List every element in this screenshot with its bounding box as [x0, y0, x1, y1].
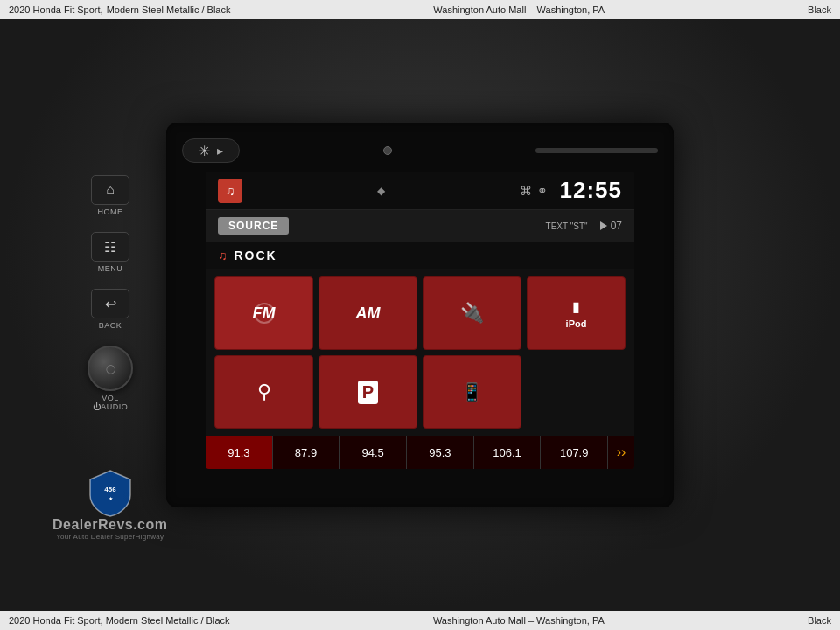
preset-3[interactable]: 94.5	[340, 436, 407, 469]
header-color-right: Black	[808, 4, 831, 15]
menu-button[interactable]: ☷ MENU	[91, 232, 130, 273]
footer-car-title: 2020 Honda Fit Sport,	[9, 615, 103, 626]
volume-number: 07	[611, 220, 622, 232]
am-icon: AM	[356, 304, 381, 323]
footer-dealer: Washington Auto Mall – Washington, PA	[433, 615, 605, 626]
ipod-icon: ▮	[572, 298, 580, 315]
preset-freq-1: 91.3	[228, 446, 249, 459]
header-car-title: 2020 Honda Fit Sport,	[9, 4, 103, 15]
rock-row: ♫ ROCK	[206, 242, 634, 270]
footer-bar: 2020 Honda Fit Sport, Modern Steel Metal…	[0, 611, 840, 630]
preset-freq-3: 94.5	[362, 446, 384, 459]
header-bar: 2020 Honda Fit Sport, Modern Steel Metal…	[0, 0, 840, 19]
source-grid: FM AM 🔌 ▮ iPod ⚲	[206, 270, 634, 436]
back-icon: ↩	[91, 289, 130, 318]
header-color-trim: Modern Steel Metallic / Black	[107, 4, 231, 15]
controls-panel: ⌂ HOME ☷ MENU ↩ BACK ◯ VOL ⏻AUDIO	[88, 175, 133, 411]
top-bar-line	[536, 148, 658, 153]
ipod-label: iPod	[566, 318, 587, 329]
source-tile-am[interactable]: AM	[318, 276, 417, 350]
footer-color-trim: Modern Steel Metallic / Black	[106, 615, 230, 626]
source-row: SOURCE TEXT "ST" 07	[206, 210, 634, 242]
source-tile-ipod[interactable]: ▮ iPod	[527, 276, 626, 350]
menu-icon: ☷	[91, 232, 130, 262]
pandora-icon: P	[358, 381, 378, 404]
home-icon: ⌂	[91, 175, 130, 205]
watermark: 456 ★ DealerRevs.com Your Auto Dealer Su…	[52, 469, 168, 541]
power-audio-icon: ◯	[106, 364, 116, 374]
station-genre: ROCK	[234, 248, 277, 262]
source-tile-phone[interactable]: 📱	[423, 355, 522, 429]
source-tile-bluetooth[interactable]: ⚲	[214, 355, 313, 429]
main-photo-area: ✳ ▸ ⌂ HOME ☷ MENU ↩ BACK ◯	[0, 19, 840, 611]
time-display: 12:55	[560, 177, 623, 204]
status-icons: ⌘ ⚭ 12:55	[520, 177, 623, 204]
preset-freq-6: 107.9	[560, 446, 589, 459]
footer-color-right: Black	[808, 615, 831, 626]
sensor-pill-left: ✳ ▸	[182, 138, 240, 163]
bluetooth-status-icon: ⚭	[537, 184, 548, 198]
audio-label: VOL ⏻AUDIO	[93, 394, 129, 411]
svg-text:456: 456	[104, 486, 116, 494]
preset-1[interactable]: 91.3	[206, 436, 273, 469]
volume-triangle-icon	[600, 221, 607, 230]
preset-2[interactable]: 87.9	[273, 436, 340, 469]
header-dealer: Washington Auto Mall – Washington, PA	[433, 4, 605, 15]
watermark-logo-text: DealerRevs.com	[52, 517, 168, 533]
back-label: BACK	[99, 321, 122, 330]
sensor-row: ✳ ▸	[182, 138, 658, 163]
power-symbol: ▸	[217, 144, 223, 158]
bluetooth-tile-icon: ⚲	[257, 381, 271, 403]
preset-freq-5: 106.1	[493, 446, 522, 459]
preset-freq-4: 95.3	[429, 446, 451, 459]
preset-freq-2: 87.9	[295, 446, 317, 459]
back-button[interactable]: ↩ BACK	[91, 289, 130, 330]
screen-topbar: ♫ ◆ ⌘ ⚭ 12:55	[206, 172, 634, 210]
source-tile-usb[interactable]: 🔌	[423, 276, 522, 350]
home-button[interactable]: ⌂ HOME	[91, 175, 130, 216]
presets-row: 91.3 87.9 94.5 95.3 106.1 107.9 ››	[206, 436, 634, 469]
svg-text:★: ★	[108, 496, 112, 501]
music-note-icon: ♫	[226, 184, 235, 198]
source-tile-fm[interactable]: FM	[214, 276, 313, 350]
text-st-label: TEXT "ST"	[546, 221, 588, 231]
infotainment-unit: ✳ ▸ ⌂ HOME ☷ MENU ↩ BACK ◯	[166, 122, 674, 508]
rock-music-icon: ♫	[218, 248, 228, 262]
infotainment-screen: ♫ ◆ ⌘ ⚭ 12:55 SOURCE TEXT "ST" 07	[206, 172, 634, 469]
menu-label: MENU	[98, 264, 123, 273]
footer-left: 2020 Honda Fit Sport, Modern Steel Metal…	[9, 615, 230, 626]
phone-tile-icon: 📱	[461, 382, 483, 402]
asterisk-icon: ✳	[199, 143, 210, 159]
source-badge: SOURCE	[218, 217, 289, 234]
empty-tile	[527, 355, 626, 429]
wifi-icon: ⌘	[520, 184, 532, 198]
preset-6[interactable]: 107.9	[541, 436, 608, 469]
preset-5[interactable]: 106.1	[474, 436, 542, 469]
home-label: HOME	[98, 207, 123, 216]
shield-logo-svg: 456 ★	[88, 469, 132, 517]
preset-next-arrow[interactable]: ››	[608, 436, 634, 469]
header-left: 2020 Honda Fit Sport, Modern Steel Metal…	[9, 4, 230, 15]
music-icon-badge: ♫	[218, 178, 242, 203]
audio-control[interactable]: ◯ VOL ⏻AUDIO	[88, 346, 133, 411]
camera-sensor	[383, 146, 392, 155]
volume-knob[interactable]: ◯	[88, 346, 133, 391]
source-tile-pandora[interactable]: P	[318, 355, 417, 429]
volume-display: 07	[600, 220, 622, 232]
fm-wave-bg	[254, 303, 275, 324]
diamond-icon: ◆	[377, 185, 385, 197]
usb-icon: 🔌	[460, 302, 484, 325]
preset-4[interactable]: 95.3	[407, 436, 474, 469]
watermark-sub-text: Your Auto Dealer SuperHighway	[56, 533, 164, 541]
